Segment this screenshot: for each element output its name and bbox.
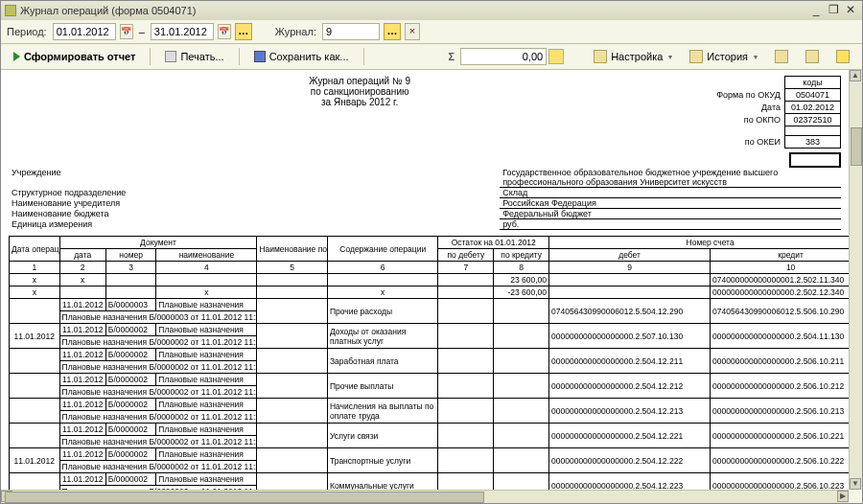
tool-icon-1 [775, 50, 788, 63]
period-label: Период: [7, 26, 47, 37]
scroll-up-button[interactable]: ▲ [850, 70, 861, 81]
journal-input[interactable] [322, 23, 380, 40]
help-icon [836, 50, 850, 63]
close-button[interactable]: ✕ [843, 4, 858, 17]
app-window: Журнал операций (форма 0504071) _ ❐ ✕ Пе… [0, 0, 863, 504]
save-as-button[interactable]: Сохранить как... [247, 48, 356, 65]
printer-icon [165, 51, 176, 62]
sum-field[interactable] [460, 48, 547, 65]
journal-clear-button[interactable]: × [405, 23, 420, 40]
date-dash: – [139, 26, 145, 37]
table-row[interactable]: 11.01.2012Б/0000002Плановые назначенияНа… [10, 399, 850, 411]
table-row[interactable]: 11.01.2012Б/0000002Плановые назначенияУс… [10, 424, 850, 436]
table-row[interactable]: 11.01.2012Б/0000003Плановые назначенияПр… [10, 299, 850, 311]
journal-picker-button[interactable]: … [384, 23, 401, 40]
table-row[interactable]: хх23 600,00074000000000000001.2.502.11.3… [10, 274, 850, 286]
sum-calc-button[interactable] [548, 49, 564, 64]
table-body: хх23 600,00074000000000000001.2.502.11.3… [10, 274, 850, 491]
settings-label: Настройка [611, 51, 663, 62]
history-label: История [707, 51, 748, 62]
history-icon [689, 50, 703, 63]
help-button[interactable] [829, 47, 856, 66]
tool-button-1[interactable] [768, 47, 795, 66]
titlebar: Журнал операций (форма 0504071) _ ❐ ✕ [1, 1, 862, 20]
codes-box: коды Форма по ОКУД0504071 Дата01.02.2012… [711, 76, 841, 168]
report-scroll[interactable]: коды Форма по ОКУД0504071 Дата01.02.2012… [1, 70, 849, 490]
stamp-box [789, 152, 841, 168]
tool-icon-2 [805, 50, 819, 63]
gear-icon [594, 50, 607, 63]
calendar-to-icon[interactable]: 📅 [218, 24, 231, 39]
vertical-scrollbar[interactable]: ▲ ▼ [849, 70, 862, 490]
journal-label: Журнал: [275, 26, 316, 37]
play-icon [13, 52, 20, 61]
save-as-label: Сохранить как... [269, 51, 349, 62]
restore-button[interactable]: ❐ [826, 4, 841, 17]
history-button[interactable]: История [683, 47, 764, 66]
table-row[interactable]: 11.01.2012Б/0000002Плановые назначенияПр… [10, 374, 850, 386]
window-title: Журнал операций (форма 0504071) [20, 5, 196, 16]
operations-table: Дата операции Документ Наименование пока… [9, 236, 849, 490]
table-row[interactable]: 11.01.201211.01.2012Б/0000002Плановые на… [10, 448, 850, 461]
date-to-input[interactable] [151, 23, 214, 40]
table-header: Дата операции Документ Наименование пока… [10, 237, 850, 274]
print-button[interactable]: Печать... [158, 48, 230, 65]
tool-button-2[interactable] [799, 47, 826, 66]
diskette-icon [254, 51, 266, 62]
report-area: коды Форма по ОКУД0504071 Дата01.02.2012… [1, 70, 862, 503]
app-icon [5, 5, 16, 16]
print-label: Печать... [180, 51, 223, 62]
form-report-label: Сформировать отчет [24, 51, 135, 62]
table-row[interactable]: 11.01.201211.01.2012Б/0000002Плановые на… [10, 324, 850, 336]
table-row[interactable]: 11.01.2012Б/0000002Плановые назначенияЗа… [10, 349, 850, 361]
period-toolbar: Период: 📅 – 📅 … Журнал: … × [1, 20, 862, 44]
action-toolbar: Сформировать отчет Печать... Сохранить к… [1, 44, 862, 70]
scroll-right-button[interactable]: ▶ [837, 491, 849, 502]
sigma-icon: Σ [449, 51, 455, 62]
calendar-from-icon[interactable]: 📅 [120, 24, 133, 39]
horizontal-scrollbar[interactable]: ◀ ▶ [1, 490, 849, 503]
horizontal-thumb[interactable] [5, 492, 484, 503]
scroll-down-button[interactable]: ▼ [850, 478, 861, 490]
date-from-input[interactable] [53, 23, 116, 40]
period-picker-button[interactable]: … [235, 23, 252, 40]
table-row[interactable]: ххх-23 600,00000000000000000000.2.502.12… [10, 286, 850, 299]
vertical-thumb[interactable] [851, 127, 862, 166]
form-report-button[interactable]: Сформировать отчет [7, 48, 142, 65]
minimize-button[interactable]: _ [808, 4, 824, 17]
table-row[interactable]: 11.01.2012Б/0000002Плановые назначенияКо… [10, 473, 850, 486]
settings-button[interactable]: Настройка [587, 47, 679, 66]
